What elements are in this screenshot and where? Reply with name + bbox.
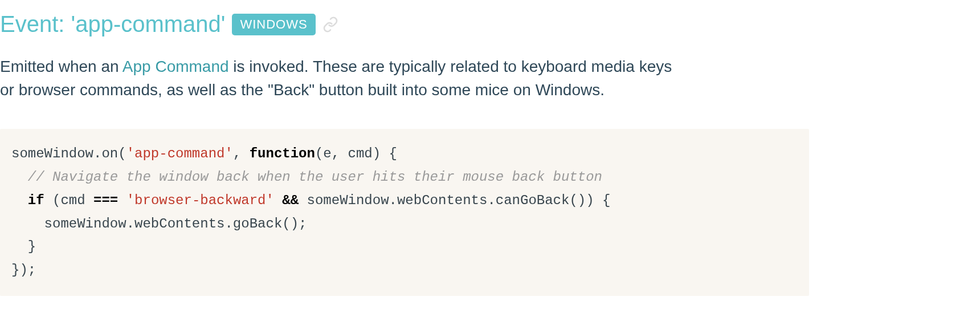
- code-text: someWindow.webContents.goBack();: [11, 216, 307, 231]
- code-text: ,: [233, 146, 250, 161]
- code-operator: &&: [282, 193, 299, 208]
- event-title: Event: 'app-command': [0, 11, 225, 37]
- code-indent: [11, 193, 28, 208]
- code-text: (e, cmd) {: [315, 146, 397, 161]
- code-text: (cmd: [44, 193, 93, 208]
- app-command-link[interactable]: App Command: [122, 58, 229, 75]
- code-indent: [11, 169, 28, 185]
- code-text: });: [11, 262, 36, 278]
- code-string: 'app-command': [126, 146, 233, 161]
- event-description: Emitted when an App Command is invoked. …: [0, 55, 684, 101]
- code-keyword: function: [250, 146, 315, 161]
- code-sample: someWindow.on('app-command', function(e,…: [0, 129, 809, 296]
- heading-row: Event: 'app-command' WINDOWS: [0, 11, 980, 37]
- desc-prefix: Emitted when an: [0, 58, 122, 75]
- code-text: [118, 193, 126, 208]
- code-text: [274, 193, 282, 208]
- platform-badge: WINDOWS: [232, 14, 315, 35]
- code-keyword: if: [28, 193, 44, 208]
- code-text: }: [11, 239, 36, 254]
- code-string: 'browser-backward': [126, 193, 274, 208]
- permalink-icon[interactable]: [322, 17, 338, 32]
- code-text: someWindow.webContents.canGoBack()) {: [299, 193, 610, 208]
- code-comment: // Navigate the window back when the use…: [28, 169, 602, 185]
- code-text: someWindow.on(: [11, 146, 126, 161]
- code-operator: ===: [93, 193, 118, 208]
